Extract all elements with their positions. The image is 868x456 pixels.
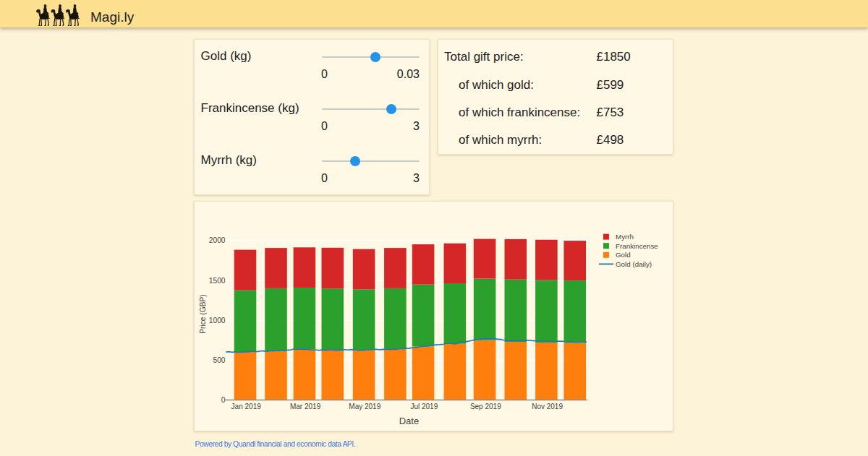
svg-text:Sep 2019: Sep 2019 xyxy=(470,403,501,410)
svg-text:Date: Date xyxy=(399,416,419,426)
svg-text:Jul 2019: Jul 2019 xyxy=(410,403,438,410)
svg-text:500: 500 xyxy=(213,356,226,364)
svg-text:Nov 2019: Nov 2019 xyxy=(532,403,563,410)
svg-text:Myrrh: Myrrh xyxy=(616,233,634,241)
svg-text:0: 0 xyxy=(221,396,226,404)
svg-text:Jan 2019: Jan 2019 xyxy=(231,403,262,410)
svg-text:Mar 2019: Mar 2019 xyxy=(290,403,321,410)
svg-text:1000: 1000 xyxy=(209,317,226,324)
svg-text:2000: 2000 xyxy=(209,236,226,244)
svg-text:Gold (daily): Gold (daily) xyxy=(616,260,652,268)
svg-text:Gold: Gold xyxy=(616,251,631,259)
svg-text:May 2019: May 2019 xyxy=(349,403,380,410)
svg-text:1500: 1500 xyxy=(209,277,226,285)
svg-text:Frankincense: Frankincense xyxy=(616,242,658,250)
svg-text:Price (GBP): Price (GBP) xyxy=(199,294,207,333)
